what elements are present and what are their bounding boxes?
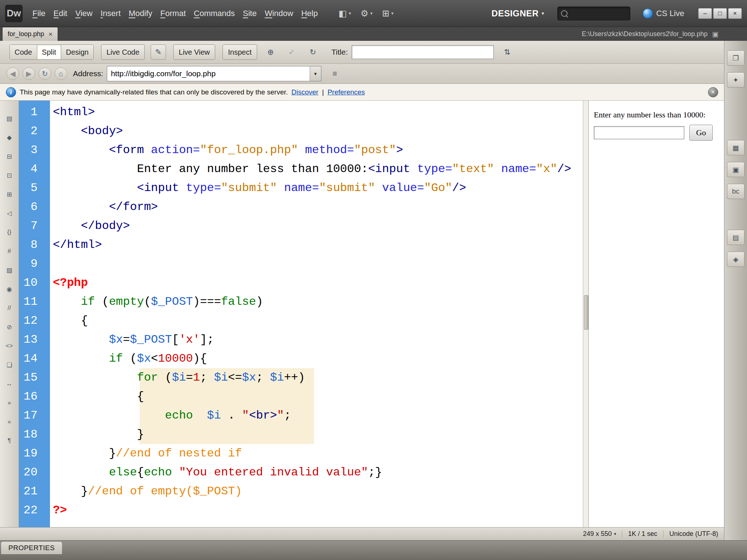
split-view-button[interactable]: Split xyxy=(37,45,61,59)
preferences-link[interactable]: Preferences xyxy=(328,88,365,96)
code-line[interactable]: }//end of empty($_POST) xyxy=(53,482,583,501)
back-icon[interactable]: ◀ xyxy=(7,67,19,80)
highlight-invalid-code-icon[interactable]: ▨ xyxy=(3,265,16,276)
line-number[interactable]: 15 xyxy=(19,368,38,387)
recent-snippets-icon[interactable]: ❏ xyxy=(3,359,16,370)
code-line[interactable]: <form action="for_loop.php" method="post… xyxy=(53,141,583,160)
browser-list-icon[interactable]: ≡ xyxy=(327,66,342,81)
menu-site[interactable]: Site xyxy=(239,6,261,21)
layout-switcher-button[interactable]: ◧▾ xyxy=(338,8,351,19)
line-number[interactable]: 22 xyxy=(19,501,38,520)
code-line[interactable]: for ($i=1; $i<=$x; $i++) xyxy=(53,368,583,387)
info-close-icon[interactable]: × xyxy=(708,87,718,97)
move-convert-css-icon[interactable]: ↔ xyxy=(3,378,16,389)
search-box[interactable] xyxy=(557,7,630,20)
line-number[interactable]: 13 xyxy=(19,330,38,349)
line-number[interactable]: 16 xyxy=(19,387,38,406)
apply-comment-icon[interactable]: // xyxy=(3,303,16,314)
code-line[interactable]: ?> xyxy=(53,501,583,520)
format-source-code-icon[interactable]: ¶ xyxy=(3,435,16,446)
menu-help[interactable]: Help xyxy=(297,6,322,21)
line-number[interactable]: 20 xyxy=(19,463,38,482)
code-line[interactable]: </form> xyxy=(53,198,583,217)
menu-window[interactable]: Window xyxy=(261,6,297,21)
line-number[interactable]: 11 xyxy=(19,292,38,311)
line-number[interactable]: 9 xyxy=(19,254,38,273)
window-size-selector[interactable]: 249 x 550 ▾ xyxy=(583,530,616,538)
minimize-button[interactable]: – xyxy=(698,8,712,19)
gutter[interactable]: 12345678910111213141516171819202122 xyxy=(19,101,50,527)
line-number[interactable]: 18 xyxy=(19,425,38,444)
menu-insert[interactable]: Insert xyxy=(97,6,125,21)
file-management-icon[interactable]: ⇅ xyxy=(500,44,515,60)
line-numbers-icon[interactable]: # xyxy=(3,246,16,257)
line-number[interactable]: 2 xyxy=(19,122,38,141)
wrap-tag-icon[interactable]: <> xyxy=(3,341,16,351)
css-styles-panel-icon[interactable]: ▣ xyxy=(727,162,744,177)
ap-elements-panel-icon[interactable]: ◈ xyxy=(727,252,744,267)
line-number[interactable]: 1 xyxy=(19,103,38,122)
line-number[interactable]: 12 xyxy=(19,311,38,330)
line-number[interactable]: 19 xyxy=(19,444,38,463)
go-button[interactable]: Go xyxy=(689,125,713,141)
code-line[interactable]: <input type="submit" name="submit" value… xyxy=(53,179,583,198)
code-line[interactable]: </body> xyxy=(53,217,583,236)
syntax-error-alerts-icon[interactable]: ◉ xyxy=(3,284,16,295)
code-line[interactable]: <?php xyxy=(53,273,583,292)
line-number[interactable]: 4 xyxy=(19,160,38,179)
collapse-full-tag-icon[interactable]: ⊟ xyxy=(3,151,16,162)
line-number[interactable]: 10 xyxy=(19,273,38,292)
code-line[interactable]: } xyxy=(53,425,583,444)
menu-format[interactable]: Format xyxy=(156,6,190,21)
scrollbar-thumb[interactable] xyxy=(584,295,588,330)
document-title-input[interactable] xyxy=(352,45,494,59)
refresh-design-view-icon[interactable]: ↻ xyxy=(305,44,321,60)
site-menu-button[interactable]: ⊞▾ xyxy=(382,8,394,19)
restore-button[interactable]: □ xyxy=(713,8,727,19)
preview-in-browser-icon[interactable]: ⊕ xyxy=(263,44,278,60)
discover-link[interactable]: Discover xyxy=(291,88,318,96)
tab-for-loop-php[interactable]: for_loop.php × xyxy=(2,27,58,41)
balance-braces-icon[interactable]: {} xyxy=(3,227,16,238)
code-line[interactable]: echo $i . "<br>"; xyxy=(53,406,583,425)
inspect-button[interactable]: Inspect xyxy=(222,44,257,60)
code-line[interactable]: { xyxy=(53,311,583,330)
line-number[interactable]: 8 xyxy=(19,236,38,254)
remove-comment-icon[interactable]: ⊘ xyxy=(3,322,16,332)
menu-modify[interactable]: Modify xyxy=(125,6,156,21)
open-documents-icon[interactable]: ▤ xyxy=(3,113,16,124)
search-input[interactable] xyxy=(570,9,619,18)
code-editor[interactable]: <html> <body> <form action="for_loop.php… xyxy=(50,101,583,527)
live-code-button[interactable]: Live Code xyxy=(101,44,145,60)
menu-edit[interactable]: Edit xyxy=(49,6,71,21)
code-line[interactable]: else{echo "You entered invalid value";} xyxy=(53,463,583,482)
menu-commands[interactable]: Commands xyxy=(190,6,239,21)
indent-code-icon[interactable]: » xyxy=(3,397,16,408)
code-line[interactable]: { xyxy=(53,387,583,406)
expand-all-icon[interactable]: ⊞ xyxy=(3,189,16,200)
menu-view[interactable]: View xyxy=(71,6,96,21)
line-number[interactable]: 3 xyxy=(19,141,38,160)
properties-panel-tab[interactable]: PROPERTIES xyxy=(1,542,62,554)
code-line[interactable]: <html> xyxy=(53,103,583,122)
line-number[interactable]: 7 xyxy=(19,217,38,236)
show-code-navigator-icon[interactable]: ◆ xyxy=(3,132,16,143)
menu-file[interactable]: File xyxy=(28,6,49,21)
code-view-button[interactable]: Code xyxy=(10,45,37,59)
extend-dreamweaver-button[interactable]: ⚙▾ xyxy=(360,8,372,19)
line-number[interactable]: 14 xyxy=(19,349,38,368)
design-view-button[interactable]: Design xyxy=(61,45,93,59)
outdent-code-icon[interactable]: « xyxy=(3,416,16,427)
refresh-icon[interactable]: ↻ xyxy=(39,67,51,80)
code-line[interactable]: Enter any number less than 10000:<input … xyxy=(53,160,583,179)
line-number[interactable]: 6 xyxy=(19,198,38,217)
browserlab-panel-icon[interactable]: ✦ xyxy=(727,72,744,88)
cs-live[interactable]: CS Live xyxy=(643,8,684,19)
insert-panel-icon[interactable]: ▦ xyxy=(727,140,744,155)
code-line[interactable]: if (empty($_POST)===false) xyxy=(53,292,583,311)
workspace-switcher[interactable]: DESIGNER ▾ xyxy=(492,8,544,19)
code-line[interactable]: $x=$_POST['x']; xyxy=(53,330,583,349)
close-button[interactable]: × xyxy=(728,8,742,19)
tab-close-icon[interactable]: × xyxy=(49,30,53,38)
document-icon[interactable]: ▣ xyxy=(712,30,719,38)
